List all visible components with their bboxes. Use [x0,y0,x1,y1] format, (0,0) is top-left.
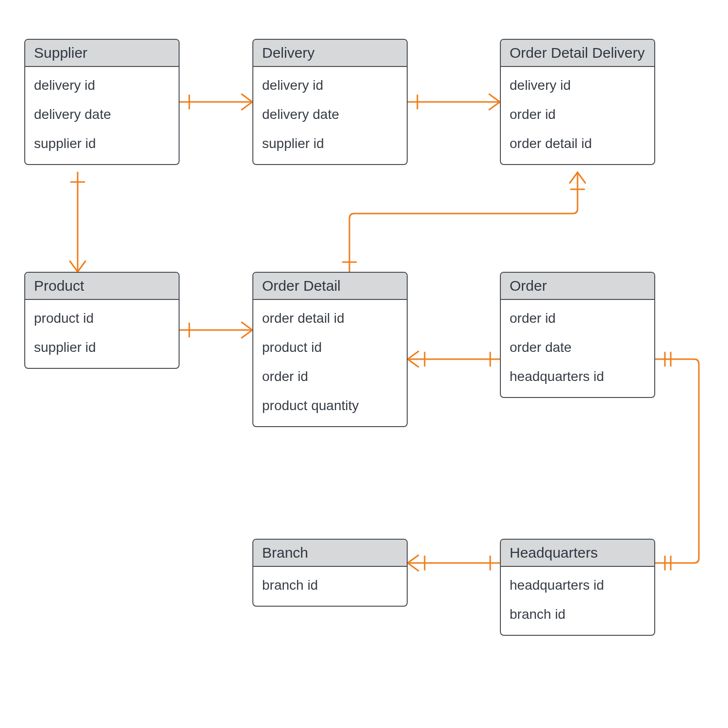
entity-order[interactable]: Order order id order date headquarters i… [500,272,655,398]
rel-order-hq [655,359,699,563]
attr: supplier id [25,129,179,158]
attr: product quantity [253,391,407,420]
svg-line-18 [408,359,418,367]
entity-title: Branch [253,540,407,567]
attr: delivery date [25,100,179,129]
svg-line-15 [578,172,585,183]
entity-title: Order Detail Delivery [501,40,654,67]
entity-attrs: delivery id order id order detail id [501,67,654,164]
attr: order id [501,100,654,129]
entity-title: Headquarters [501,540,654,567]
entity-attrs: order id order date headquarters id [501,300,654,397]
attr: headquarters id [501,362,654,391]
attr: delivery id [253,71,407,100]
attr: headquarters id [501,571,654,600]
attr: order id [253,362,407,391]
entity-attrs: delivery id delivery date supplier id [25,67,179,164]
attr: branch id [501,600,654,629]
attr: order detail id [253,304,407,333]
svg-line-6 [489,102,500,110]
svg-line-11 [242,322,252,330]
attr: delivery date [253,100,407,129]
entity-attrs: product id supplier id [25,300,179,368]
entity-attrs: delivery id delivery date supplier id [253,67,407,164]
entity-attrs: headquarters id branch id [501,567,654,635]
entity-branch[interactable]: Branch branch id [252,539,408,607]
attr: product id [253,333,407,362]
attr: branch id [253,571,407,600]
attr: order id [501,304,654,333]
svg-line-5 [489,94,500,102]
svg-line-1 [242,94,252,102]
entity-order-detail[interactable]: Order Detail order detail id product id … [252,272,408,427]
svg-line-9 [78,261,85,272]
entity-attrs: order detail id product id order id prod… [253,300,407,426]
svg-line-8 [70,261,78,272]
entity-title: Supplier [25,40,179,67]
rel-orderdetail-odd [349,172,578,272]
attr: supplier id [25,333,179,362]
entity-headquarters[interactable]: Headquarters headquarters id branch id [500,539,655,636]
attr: delivery id [501,71,654,100]
entity-title: Order Detail [253,273,407,300]
svg-line-14 [570,172,578,183]
entity-order-detail-delivery[interactable]: Order Detail Delivery delivery id order … [500,39,655,165]
entity-title: Delivery [253,40,407,67]
svg-line-17 [408,351,418,359]
attr: product id [25,304,179,333]
entity-attrs: branch id [253,567,407,606]
entity-delivery[interactable]: Delivery delivery id delivery date suppl… [252,39,408,165]
entity-title: Order [501,273,654,300]
svg-line-2 [242,102,252,110]
entity-supplier[interactable]: Supplier delivery id delivery date suppl… [24,39,180,165]
svg-line-12 [242,330,252,338]
attr: delivery id [25,71,179,100]
svg-line-25 [408,555,418,563]
entity-title: Product [25,273,179,300]
attr: supplier id [253,129,407,158]
svg-line-26 [408,563,418,571]
attr: order date [501,333,654,362]
attr: order detail id [501,129,654,158]
er-diagram-canvas: Supplier delivery id delivery date suppl… [0,0,728,728]
entity-product[interactable]: Product product id supplier id [24,272,180,369]
